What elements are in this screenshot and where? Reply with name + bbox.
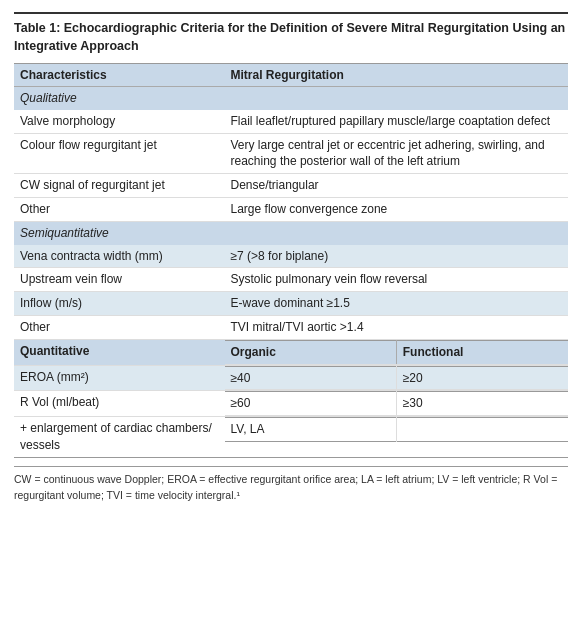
char-upstream-vein: Upstream vein flow: [14, 268, 225, 292]
mr-other-qualitative: Large flow convergence zone: [225, 197, 568, 221]
mr-upstream-vein: Systolic pulmonary vein flow reversal: [225, 268, 568, 292]
table-row: Upstream vein flow Systolic pulmonary ve…: [14, 268, 568, 292]
table-row: Vena contracta width (mm) ≥7 (>8 for bip…: [14, 245, 568, 268]
mr-vena-contracta: ≥7 (>8 for biplane): [225, 245, 568, 268]
table-row: R Vol (ml/beat) ≥60 ≥30: [14, 391, 568, 417]
table-row: CW signal of regurgitant jet Dense/trian…: [14, 174, 568, 198]
mr-cw-signal: Dense/triangular: [225, 174, 568, 198]
mr-valve-morphology: Flail leaflet/ruptured papillary muscle/…: [225, 110, 568, 133]
section-semiquantitative: Semiquantitative: [14, 221, 568, 244]
char-vena-contracta: Vena contracta width (mm): [14, 245, 225, 268]
mr-other-semi: TVI mitral/TVI aortic >1.4: [225, 315, 568, 339]
table-row: Other Large flow convergence zone: [14, 197, 568, 221]
section-qualitative: Qualitative: [14, 87, 568, 110]
header-characteristics: Characteristics: [14, 64, 225, 87]
char-valve-morphology: Valve morphology: [14, 110, 225, 133]
header-organic: Organic: [225, 340, 397, 364]
header-functional: Functional: [396, 340, 568, 364]
section-quantitative: Quantitative Organic Functional: [14, 339, 568, 365]
table-row: Inflow (m/s) E-wave dominant ≥1.5: [14, 292, 568, 316]
eroa-functional: ≥20: [396, 366, 568, 390]
footnote: CW = continuous wave Doppler; EROA = eff…: [14, 466, 568, 504]
table-row: Other TVI mitral/TVI aortic >1.4: [14, 315, 568, 339]
table-row: + enlargement of cardiac chambers/ vesse…: [14, 417, 568, 458]
char-eroa: EROA (mm²): [14, 365, 225, 391]
char-enlargement: + enlargement of cardiac chambers/ vesse…: [14, 417, 225, 458]
rvol-functional: ≥30: [396, 392, 568, 416]
section-semiquantitative-label: Semiquantitative: [14, 221, 568, 244]
section-quantitative-label: Quantitative: [14, 339, 225, 365]
table-row: EROA (mm²) ≥40 ≥20: [14, 365, 568, 391]
eroa-organic: ≥40: [225, 366, 397, 390]
char-rvol: R Vol (ml/beat): [14, 391, 225, 417]
char-other-qualitative: Other: [14, 197, 225, 221]
table-row: Colour flow regurgitant jet Very large c…: [14, 133, 568, 174]
rvol-organic: ≥60: [225, 392, 397, 416]
table-title: Table 1: Echocardiographic Criteria for …: [14, 12, 568, 55]
table-row: Valve morphology Flail leaflet/ruptured …: [14, 110, 568, 133]
enlargement-functional: [396, 418, 568, 442]
mr-inflow: E-wave dominant ≥1.5: [225, 292, 568, 316]
char-other-semi: Other: [14, 315, 225, 339]
enlargement-organic: LV, LA: [225, 418, 397, 442]
mr-colour-flow: Very large central jet or eccentric jet …: [225, 133, 568, 174]
header-mitral-regurgitation: Mitral Regurgitation: [225, 64, 568, 87]
char-inflow: Inflow (m/s): [14, 292, 225, 316]
char-colour-flow: Colour flow regurgitant jet: [14, 133, 225, 174]
section-qualitative-label: Qualitative: [14, 87, 568, 110]
char-cw-signal: CW signal of regurgitant jet: [14, 174, 225, 198]
